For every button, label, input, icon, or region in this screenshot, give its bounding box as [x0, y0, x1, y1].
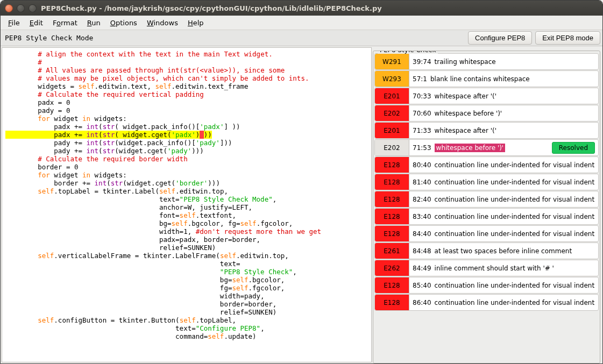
issue-code: E261	[375, 243, 409, 259]
issue-list[interactable]: W29139:74trailing whitespaceW29357:1blan…	[374, 53, 599, 362]
code-line[interactable]: relief=SUNKEN)	[5, 244, 370, 252]
code-editor[interactable]: # align the context with the text in the…	[2, 47, 372, 362]
issue-location: 83:40	[413, 213, 431, 220]
issue-location: 84:49	[413, 265, 431, 272]
code-line[interactable]: # align the context with the text in the…	[5, 50, 370, 58]
issue-message: 81:40continuation line under-indented fo…	[409, 174, 598, 190]
issue-description: continuation line under-indented for vis…	[435, 213, 595, 220]
pep8-issue-group: PEP8 Style Check W29139:74trailing white…	[373, 51, 600, 363]
menu-windows[interactable]: Windows	[143, 17, 182, 28]
menu-format[interactable]: Format	[48, 17, 82, 28]
code-line[interactable]: # values may be pixel objects, which can…	[5, 74, 370, 82]
code-line[interactable]: font=self.textfont,	[5, 211, 370, 219]
code-line[interactable]: pady += int(str(widget.pack_info()['pady…	[5, 139, 370, 147]
code-line[interactable]: border = 0	[5, 163, 370, 171]
app-window: PEP8Check.py - /home/jaykrish/gsoc/cpy/c…	[0, 0, 603, 364]
issue-description: continuation line under-indented for vis…	[435, 161, 595, 169]
code-line[interactable]: padx = 0	[5, 98, 370, 106]
issue-description: trailing whitespace	[435, 58, 496, 66]
code-line[interactable]: text="PEP8 Style Check Mode",	[5, 195, 370, 203]
code-line[interactable]: text=	[5, 260, 370, 268]
issue-message: 85:40continuation line under-indented fo…	[409, 277, 598, 293]
code-line[interactable]: for widget in widgets:	[5, 171, 370, 179]
issue-message: 70:60whitespace before ')'	[409, 105, 598, 121]
menu-bar: File Edit Format Run Options Windows Hel…	[1, 16, 602, 30]
code-line[interactable]: fg=self.fgcolor,	[5, 284, 370, 292]
code-line[interactable]: self.topLabel = tkinter.Label(self.editw…	[5, 187, 370, 195]
issue-location: 71:53	[413, 144, 431, 152]
code-line[interactable]: pady = 0	[5, 106, 370, 115]
configure-pep8-button[interactable]: Configure PEP8	[468, 31, 532, 45]
issue-description: continuation line under-indented for vis…	[435, 230, 595, 238]
code-line[interactable]: command=self.update)	[5, 332, 370, 340]
issue-message: 84:40continuation line under-indented fo…	[409, 226, 598, 241]
code-line[interactable]: # Calculate the required border width	[5, 155, 370, 163]
menu-options[interactable]: Options	[106, 17, 141, 28]
issue-row[interactable]: W29357:1blank line contains whitespace	[374, 70, 599, 87]
window-buttons	[5, 4, 37, 12]
code-line[interactable]: anchor=W, justify=LEFT,	[5, 203, 370, 211]
issue-row[interactable]: E12885:40continuation line under-indente…	[374, 277, 599, 294]
minimize-icon[interactable]	[17, 4, 25, 12]
issue-message: 84:48at least two spaces before inline c…	[409, 243, 598, 259]
issue-code: E128	[375, 295, 409, 310]
issue-row[interactable]: E20270:60whitespace before ')'	[374, 105, 599, 122]
code-line[interactable]: width=1, #don't request more than we get	[5, 227, 370, 235]
code-line[interactable]: # Calculate the required vertical paddin…	[5, 90, 370, 98]
issue-code: E201	[375, 123, 409, 138]
resolved-button[interactable]: Resolved	[552, 142, 595, 154]
issue-row[interactable]: E26284:49inline comment should start wit…	[374, 260, 599, 276]
code-line[interactable]: padx += int(str( widget.cget('padx') ))	[5, 131, 370, 139]
issue-description: continuation line under-indented for vis…	[435, 179, 595, 186]
issue-message: 39:74trailing whitespace	[409, 54, 598, 69]
issue-row[interactable]: E12883:40continuation line under-indente…	[374, 208, 599, 225]
code-line[interactable]: # All values are passed through int(str(…	[5, 66, 370, 74]
issue-location: 81:40	[413, 179, 431, 186]
code-line[interactable]: "PEP8 Style Check",	[5, 268, 370, 276]
code-line[interactable]: for widget in widgets:	[5, 115, 370, 123]
menu-help[interactable]: Help	[183, 17, 208, 28]
exit-pep8-mode-button[interactable]: Exit PEP8 mode	[535, 31, 600, 45]
maximize-icon[interactable]	[29, 4, 37, 12]
issue-message: 71:33whitespace after '('	[409, 123, 598, 138]
issue-location: 86:40	[413, 299, 431, 306]
code-line[interactable]: bg=self.bgcolor, fg=self.fgcolor,	[5, 219, 370, 227]
code-line[interactable]: self.verticalLabelFrame = tkinter.LabelF…	[5, 252, 370, 260]
issue-code: E128	[375, 226, 409, 241]
code-line[interactable]: padx += int(str( widget.pack_info()['pad…	[5, 123, 370, 131]
code-line[interactable]: self.configButton = tkinter.Button(self.…	[5, 316, 370, 324]
code-line[interactable]: widgets = self.editwin.text, self.editwi…	[5, 82, 370, 90]
issue-row[interactable]: E20171:33whitespace after '('	[374, 122, 599, 139]
pep8-side-panel: PEP8 Style Check W29139:74trailing white…	[373, 46, 602, 363]
issue-row[interactable]: E20271:53whitespace before ')'Resolved	[374, 139, 599, 156]
issue-location: 84:40	[413, 230, 431, 238]
code-text[interactable]: # align the context with the text in the…	[2, 48, 371, 342]
issue-row[interactable]: E26184:48at least two spaces before inli…	[374, 242, 599, 259]
issue-code: E128	[375, 209, 409, 224]
close-icon[interactable]	[5, 4, 13, 12]
issue-row[interactable]: E12882:40continuation line under-indente…	[374, 191, 599, 208]
code-line[interactable]: #	[5, 58, 370, 66]
code-line[interactable]: border += int(str(widget.cget('border'))…	[5, 179, 370, 187]
issue-row[interactable]: E20170:33whitespace after '('	[374, 88, 599, 104]
menu-edit[interactable]: Edit	[25, 17, 47, 28]
code-line[interactable]: bg=self.bgcolor,	[5, 276, 370, 284]
code-line[interactable]: width=pady,	[5, 292, 370, 300]
issue-code: E128	[375, 174, 409, 190]
issue-row[interactable]: E12884:40continuation line under-indente…	[374, 225, 599, 242]
code-line[interactable]: border=border,	[5, 300, 370, 308]
issue-row[interactable]: E12881:40continuation line under-indente…	[374, 174, 599, 190]
issue-row[interactable]: E12880:40continuation line under-indente…	[374, 156, 599, 173]
issue-message: 57:1blank line contains whitespace	[409, 71, 598, 87]
issue-row[interactable]: W29139:74trailing whitespace	[374, 53, 599, 70]
menu-file[interactable]: File	[4, 17, 24, 28]
code-line[interactable]: text="Configure PEP8",	[5, 324, 370, 332]
issue-description: continuation line under-indented for vis…	[435, 196, 595, 203]
issue-row[interactable]: E12886:40continuation line under-indente…	[374, 294, 599, 311]
issue-description: blank line contains whitespace	[430, 75, 530, 83]
code-line[interactable]: relief=SUNKEN)	[5, 308, 370, 316]
issue-description: continuation line under-indented for vis…	[435, 299, 595, 306]
code-line[interactable]: pady += int(str(widget.cget('pady')))	[5, 147, 370, 155]
menu-run[interactable]: Run	[83, 17, 105, 28]
code-line[interactable]: padx=padx, border=border,	[5, 235, 370, 244]
